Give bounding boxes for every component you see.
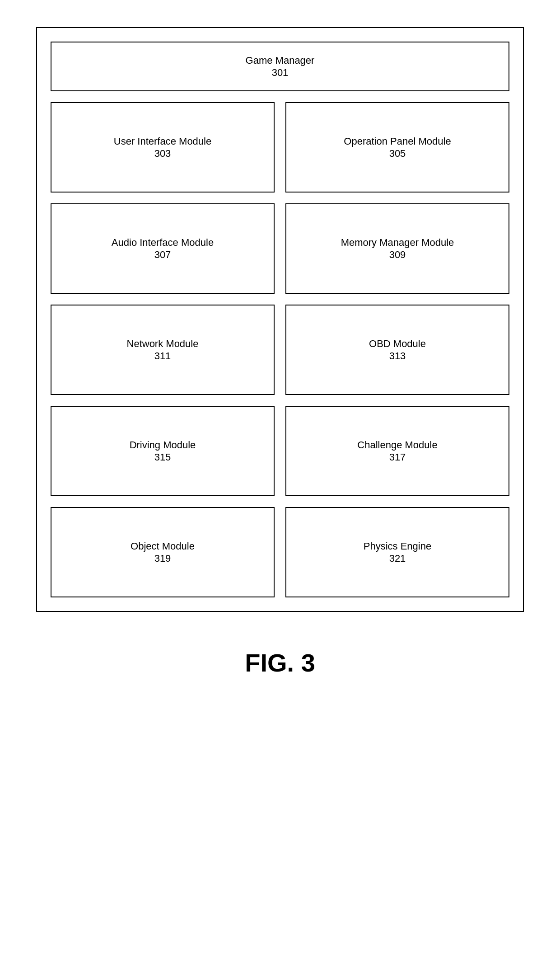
physics-engine-module: Physics Engine 321 bbox=[285, 507, 509, 597]
obd-module-name: OBD Module bbox=[369, 338, 426, 351]
user-interface-name: User Interface Module bbox=[114, 135, 211, 148]
row-1: User Interface Module 303 Operation Pane… bbox=[51, 102, 509, 193]
memory-manager-module: Memory Manager Module 309 bbox=[285, 203, 509, 294]
object-module: Object Module 319 bbox=[51, 507, 275, 597]
physics-engine-name: Physics Engine bbox=[364, 540, 431, 553]
memory-manager-name: Memory Manager Module bbox=[341, 236, 454, 249]
network-module-number: 311 bbox=[154, 350, 171, 362]
game-manager-number: 301 bbox=[272, 67, 289, 79]
obd-module-number: 313 bbox=[389, 350, 406, 362]
row-5: Object Module 319 Physics Engine 321 bbox=[51, 507, 509, 597]
obd-module: OBD Module 313 bbox=[285, 305, 509, 395]
user-interface-module: User Interface Module 303 bbox=[51, 102, 275, 193]
page-container: Game Manager 301 User Interface Module 3… bbox=[0, 0, 560, 963]
game-manager-module: Game Manager 301 bbox=[51, 42, 509, 91]
physics-engine-number: 321 bbox=[389, 553, 406, 564]
game-manager-name: Game Manager bbox=[246, 54, 315, 67]
driving-module-number: 315 bbox=[154, 451, 171, 463]
audio-interface-module: Audio Interface Module 307 bbox=[51, 203, 275, 294]
outer-border: Game Manager 301 User Interface Module 3… bbox=[36, 27, 524, 612]
challenge-module-number: 317 bbox=[389, 451, 406, 463]
user-interface-number: 303 bbox=[154, 148, 171, 160]
operation-panel-name: Operation Panel Module bbox=[344, 135, 451, 148]
driving-module: Driving Module 315 bbox=[51, 406, 275, 496]
object-module-name: Object Module bbox=[131, 540, 195, 553]
network-module-name: Network Module bbox=[127, 338, 199, 351]
row-2: Audio Interface Module 307 Memory Manage… bbox=[51, 203, 509, 294]
audio-interface-number: 307 bbox=[154, 249, 171, 261]
network-module: Network Module 311 bbox=[51, 305, 275, 395]
audio-interface-name: Audio Interface Module bbox=[112, 236, 214, 249]
memory-manager-number: 309 bbox=[389, 249, 406, 261]
row-4: Driving Module 315 Challenge Module 317 bbox=[51, 406, 509, 496]
operation-panel-module: Operation Panel Module 305 bbox=[285, 102, 509, 193]
figure-label: FIG. 3 bbox=[245, 648, 315, 677]
challenge-module: Challenge Module 317 bbox=[285, 406, 509, 496]
row-3: Network Module 311 OBD Module 313 bbox=[51, 305, 509, 395]
object-module-number: 319 bbox=[154, 553, 171, 564]
challenge-module-name: Challenge Module bbox=[357, 439, 437, 452]
operation-panel-number: 305 bbox=[389, 148, 406, 160]
driving-module-name: Driving Module bbox=[130, 439, 196, 452]
